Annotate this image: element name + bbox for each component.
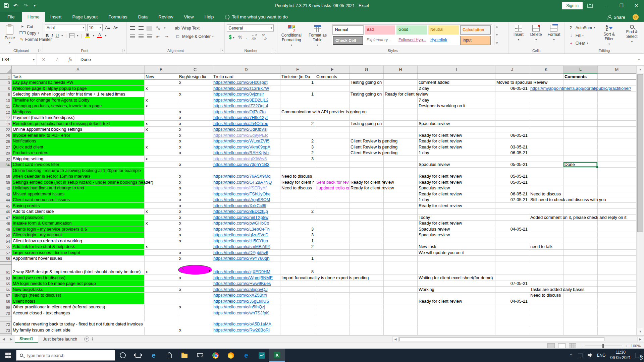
cell-G63[interactable] — [350, 275, 384, 281]
cell-G46[interactable] — [350, 209, 384, 215]
cell-L1[interactable]: Comments — [564, 74, 598, 80]
cell-B49[interactable] — [145, 226, 178, 232]
page-break-view-button[interactable] — [569, 343, 576, 348]
cell-K43[interactable]: Need to discuss — [529, 191, 564, 197]
trello-link[interactable]: https://trello.com/c/Hww9Kues — [213, 281, 271, 286]
cell-D29[interactable]: https://trello.com/c/RAHKrjVo — [212, 150, 280, 156]
align-left-icon[interactable] — [130, 35, 135, 39]
cell-F54[interactable] — [315, 238, 350, 244]
decrease-indent-button[interactable]: ⇤ — [155, 34, 161, 39]
cell-style-check[interactable]: Check Cell — [333, 36, 363, 45]
cell-H27[interactable] — [384, 144, 418, 150]
cell-C10[interactable] — [178, 97, 212, 103]
cell-K6[interactable] — [529, 92, 564, 98]
cell-K40[interactable] — [529, 185, 564, 191]
cell-L63[interactable] — [564, 275, 598, 281]
cell-K44[interactable]: Still need to check and discuss with you — [529, 197, 564, 203]
increase-decimal-button[interactable]: ←.0.00 — [252, 34, 257, 40]
tab-home[interactable]: Home — [22, 12, 45, 22]
trello-link[interactable]: https://trello.com/c/iZ22OgL4 — [213, 103, 268, 108]
cell-A61[interactable]: 2 way SMS design & implementation (html … — [12, 265, 145, 275]
cell-G69[interactable] — [350, 304, 384, 310]
start-button[interactable] — [0, 349, 16, 362]
cell-K65[interactable] — [529, 281, 564, 287]
cell-C19[interactable]: x — [178, 121, 212, 127]
tab-review[interactable]: Review — [153, 12, 178, 22]
cell-E70[interactable] — [280, 310, 315, 316]
row-header-61[interactable]: 61 — [0, 265, 12, 275]
cell-E26[interactable]: 2 — [280, 138, 315, 144]
cell-G17[interactable] — [350, 115, 384, 121]
cell-D45[interactable]: https://trello.com/c/XxkCcl6f — [212, 203, 280, 209]
cut-button[interactable]: ✂Cut — [19, 23, 41, 30]
cell-K46[interactable] — [529, 209, 564, 215]
cell-E49[interactable]: 3 — [280, 226, 315, 232]
cell-H26[interactable] — [384, 138, 418, 144]
cell-K54[interactable] — [529, 238, 564, 244]
cell-I11[interactable]: Designer is working on it — [418, 103, 495, 109]
cell-I19[interactable]: Spaculus review — [418, 121, 495, 127]
enter-icon[interactable]: ✓ — [55, 57, 59, 62]
insert-function-icon[interactable]: fx — [68, 57, 72, 62]
cell-H1[interactable] — [384, 74, 418, 80]
column-header-B[interactable]: B — [145, 66, 178, 73]
close-button[interactable]: ✕ — [629, 0, 644, 11]
cell-E67[interactable] — [280, 293, 315, 299]
cell-L19[interactable] — [564, 121, 598, 127]
cell-H35[interactable] — [384, 168, 418, 179]
cell-L49[interactable] — [564, 226, 598, 232]
cell-E55[interactable]: 2 — [280, 244, 315, 250]
cell-D49[interactable]: https://trello.com/c/L3ebOeTh — [212, 226, 280, 232]
font-family-select[interactable]: Arial▾ — [45, 24, 86, 31]
cell-A34[interactable]: Client card invoices filter — [12, 162, 145, 168]
cell-C63[interactable]: x — [178, 275, 212, 281]
column-header-C[interactable]: C — [178, 66, 212, 73]
cell-F10[interactable] — [315, 97, 350, 103]
cell-B61[interactable]: x — [145, 265, 178, 275]
cell-B69[interactable] — [145, 304, 178, 310]
trello-link[interactable]: https://trello.com/c/0vjznslr — [213, 92, 264, 97]
font-color-dropdown[interactable]: ▾ — [105, 34, 106, 37]
row-header-72[interactable]: 72 — [0, 321, 12, 327]
scroll-right-icon[interactable]: ▶ — [637, 337, 643, 342]
cell-B67[interactable] — [145, 293, 178, 299]
cell-L55[interactable] — [564, 244, 598, 250]
cell-D58[interactable]: https://trello.com/c/V9Y760qh — [212, 256, 280, 262]
cell-J58[interactable] — [495, 256, 529, 262]
cell-D63[interactable]: https://trello.com/c/WpmjBNME — [212, 275, 280, 281]
cell-K26[interactable] — [529, 138, 564, 144]
cell-B72[interactable] — [145, 321, 178, 327]
clear-button[interactable]: ◂Clear▾ — [568, 40, 596, 46]
trello-link[interactable]: https://trello.com/c/8EDcztLp — [213, 209, 268, 214]
cell-D19[interactable]: https://trello.com/c/J54OTreu — [212, 121, 280, 127]
tell-me-box[interactable]: Tell me what you want to do — [225, 14, 288, 22]
cell-M68[interactable] — [598, 298, 636, 304]
cell-H22[interactable] — [384, 127, 418, 133]
cell-K66[interactable]: Tasks are added daily bases — [529, 287, 564, 293]
align-center-icon[interactable] — [139, 35, 144, 39]
cell-D66[interactable]: https://trello.com/c/ahjpqvQJ — [212, 287, 280, 293]
cell-I58[interactable] — [418, 256, 495, 262]
cell-F66[interactable] — [315, 287, 350, 293]
cell-K67[interactable]: Need to discuss — [529, 293, 564, 299]
cell-M63[interactable] — [598, 275, 636, 281]
cell-G3[interactable]: Testing going on — [350, 80, 384, 86]
cell-M32[interactable] — [598, 156, 636, 162]
row-header-49[interactable]: 49 — [0, 226, 12, 232]
cell-G34[interactable] — [350, 162, 384, 168]
cell-E25[interactable] — [280, 132, 315, 138]
cell-M50[interactable] — [598, 232, 636, 238]
cell-J48[interactable] — [495, 221, 529, 227]
cell-G26[interactable]: Client Review is pending — [350, 138, 384, 144]
cell-K63[interactable] — [529, 275, 564, 281]
cell-K17[interactable] — [529, 115, 564, 121]
cell-F29[interactable] — [315, 150, 350, 156]
cell-E17[interactable] — [280, 115, 315, 121]
trello-link[interactable]: https://trello.com/c/nelTXp8w — [213, 215, 268, 220]
cell-J43[interactable]: 06-05-21 — [495, 191, 529, 197]
cell-D70[interactable]: https://trello.com/c/whTSJfpK — [212, 310, 280, 316]
cell-E19[interactable]: 2 — [280, 121, 315, 127]
cell-D73[interactable]: https://trello.com/c/Rw28BoRi — [212, 327, 280, 333]
cell-G61[interactable] — [350, 265, 384, 275]
cell-I29[interactable]: 1 day — [418, 150, 495, 156]
